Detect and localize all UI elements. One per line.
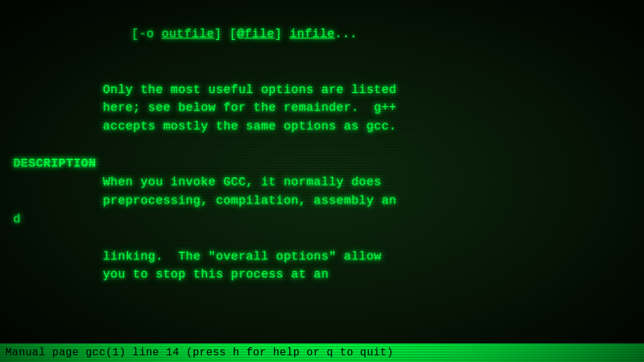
line-options-2: here; see below for the remainder. g++: [0, 99, 644, 118]
status-bar-text: Manual page gcc(1) line 14 (press h for …: [5, 347, 394, 359]
atfile-text: @file: [237, 27, 275, 41]
line-options-1: Only the most useful options are listed: [0, 81, 644, 100]
status-bar: Manual page gcc(1) line 14 (press h for …: [0, 343, 644, 362]
line-gcc-3: d: [0, 211, 644, 229]
description-heading: DESCRIPTION: [0, 155, 644, 173]
terminal-window: [-o outfile] [@file] infile... Only the …: [0, 0, 644, 362]
line-link-2: you to stop this process at an: [0, 266, 644, 284]
line-gcc-1: When you invoke GCC, it normally does: [0, 173, 644, 192]
terminal-content: [-o outfile] [@file] infile... Only the …: [0, 0, 644, 284]
line-blank-1: [0, 62, 644, 81]
line-options-3: accepts mostly the same options as gcc.: [0, 118, 644, 136]
line-blank-2: [0, 136, 644, 155]
infile-text: infile: [289, 27, 335, 41]
line-1: [-o outfile] [@file] infile...: [0, 7, 644, 62]
line-link-1: linking. The "overall options" allow: [0, 248, 644, 266]
line-blank-3: [0, 229, 644, 248]
outfile-text: outfile: [161, 27, 214, 41]
line-gcc-2: preprocessing, compilation, assembly an: [0, 192, 644, 211]
